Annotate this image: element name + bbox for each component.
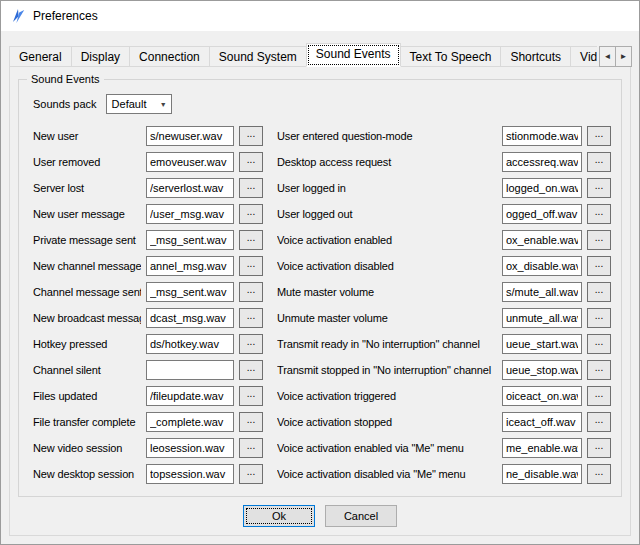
- sound-events-groupbox: Sound Events Sounds pack Default ▼ New u…: [18, 79, 622, 497]
- browse-file-transfer-complete[interactable]: ...: [239, 412, 263, 432]
- label-files-updated: Files updated: [33, 390, 141, 402]
- tab-scroll-right-button[interactable]: ►: [615, 46, 632, 67]
- label-new-channel-message: New channel message: [33, 260, 141, 272]
- label-voice-activation-enabled-via-me-menu: Voice activation enabled via "Me" menu: [277, 442, 497, 454]
- browse-voice-activation-triggered[interactable]: ...: [587, 386, 611, 406]
- ok-button[interactable]: Ok: [243, 505, 315, 527]
- input-new-channel-message[interactable]: [146, 256, 234, 276]
- input-voice-activation-disabled[interactable]: [502, 256, 582, 276]
- tab-connection[interactable]: Connection: [129, 46, 210, 67]
- tab-scroll-left-button[interactable]: ◄: [599, 46, 616, 67]
- browse-channel-silent[interactable]: ...: [239, 360, 263, 380]
- browse-server-lost[interactable]: ...: [239, 178, 263, 198]
- tab-sound-system[interactable]: Sound System: [209, 46, 307, 67]
- input-voice-activation-disabled-via-me-menu[interactable]: [502, 464, 582, 484]
- browse-new-desktop-session[interactable]: ...: [239, 464, 263, 484]
- browse-user-logged-out[interactable]: ...: [587, 204, 611, 224]
- cancel-button[interactable]: Cancel: [325, 505, 397, 527]
- label-new-video-session: New video session: [33, 442, 141, 454]
- input-new-user[interactable]: [146, 126, 234, 146]
- browse-mute-master-volume[interactable]: ...: [587, 282, 611, 302]
- browse-new-channel-message[interactable]: ...: [239, 256, 263, 276]
- input-user-removed[interactable]: [146, 152, 234, 172]
- input-transmit-ready-in-no-interruption-channel[interactable]: [502, 334, 582, 354]
- sounds-pack-select[interactable]: Default ▼: [106, 94, 172, 114]
- input-user-logged-out[interactable]: [502, 204, 582, 224]
- browse-new-user-message[interactable]: ...: [239, 204, 263, 224]
- browse-voice-activation-disabled[interactable]: ...: [587, 256, 611, 276]
- tab-bar: GeneralDisplayConnectionSound SystemSoun…: [9, 43, 631, 67]
- tab-page-sound-events: Sound Events Sounds pack Default ▼ New u…: [9, 66, 631, 536]
- input-channel-message-sent[interactable]: [146, 282, 234, 302]
- chevron-down-icon: ▼: [156, 101, 171, 108]
- sounds-pack-row: Sounds pack Default ▼: [33, 94, 607, 114]
- browse-voice-activation-disabled-via-me-menu[interactable]: ...: [587, 464, 611, 484]
- input-user-logged-in[interactable]: [502, 178, 582, 198]
- label-channel-message-sent: Channel message sent: [33, 286, 141, 298]
- label-voice-activation-triggered: Voice activation triggered: [277, 390, 497, 402]
- input-voice-activation-enabled[interactable]: [502, 230, 582, 250]
- label-private-message-sent: Private message sent: [33, 234, 141, 246]
- label-new-user: New user: [33, 130, 141, 142]
- label-user-entered-question-mode: User entered question-mode: [277, 130, 497, 142]
- input-private-message-sent[interactable]: [146, 230, 234, 250]
- tab-control: GeneralDisplayConnectionSound SystemSoun…: [1, 31, 639, 544]
- browse-unmute-master-volume[interactable]: ...: [587, 308, 611, 328]
- browse-new-broadcast-message[interactable]: ...: [239, 308, 263, 328]
- tab-display[interactable]: Display: [71, 46, 130, 67]
- label-server-lost: Server lost: [33, 182, 141, 194]
- chevron-right-icon: ►: [620, 52, 628, 61]
- tab-shortcuts[interactable]: Shortcuts: [500, 46, 571, 67]
- label-unmute-master-volume: Unmute master volume: [277, 312, 497, 324]
- sounds-pack-label: Sounds pack: [33, 98, 97, 110]
- browse-user-logged-in[interactable]: ...: [587, 178, 611, 198]
- input-voice-activation-triggered[interactable]: [502, 386, 582, 406]
- input-new-video-session[interactable]: [146, 438, 234, 458]
- browse-transmit-ready-in-no-interruption-channel[interactable]: ...: [587, 334, 611, 354]
- sounds-pack-value: Default: [112, 98, 147, 110]
- preferences-dialog: Preferences GeneralDisplayConnectionSoun…: [0, 0, 640, 545]
- sound-events-column-left: New user ... User removed ... Server los…: [33, 126, 263, 484]
- label-user-logged-in: User logged in: [277, 182, 497, 194]
- label-voice-activation-stopped: Voice activation stopped: [277, 416, 497, 428]
- tab-sound-events[interactable]: Sound Events: [306, 43, 401, 67]
- browse-new-user[interactable]: ...: [239, 126, 263, 146]
- label-mute-master-volume: Mute master volume: [277, 286, 497, 298]
- browse-hotkey-pressed[interactable]: ...: [239, 334, 263, 354]
- input-voice-activation-enabled-via-me-menu[interactable]: [502, 438, 582, 458]
- label-channel-silent: Channel silent: [33, 364, 141, 376]
- tab-scroll-control: ◄ ►: [599, 46, 631, 67]
- browse-files-updated[interactable]: ...: [239, 386, 263, 406]
- input-server-lost[interactable]: [146, 178, 234, 198]
- tab-video[interactable]: Video: [570, 46, 597, 67]
- browse-voice-activation-enabled-via-me-menu[interactable]: ...: [587, 438, 611, 458]
- browse-channel-message-sent[interactable]: ...: [239, 282, 263, 302]
- browse-private-message-sent[interactable]: ...: [239, 230, 263, 250]
- label-transmit-stopped-in-no-interruption-channel: Transmit stopped in "No interruption" ch…: [277, 364, 497, 376]
- input-hotkey-pressed[interactable]: [146, 334, 234, 354]
- input-desktop-access-request[interactable]: [502, 152, 582, 172]
- input-unmute-master-volume[interactable]: [502, 308, 582, 328]
- label-file-transfer-complete: File transfer complete: [33, 416, 141, 428]
- input-user-entered-question-mode[interactable]: [502, 126, 582, 146]
- tab-text-to-speech[interactable]: Text To Speech: [400, 46, 502, 67]
- input-files-updated[interactable]: [146, 386, 234, 406]
- input-new-desktop-session[interactable]: [146, 464, 234, 484]
- browse-desktop-access-request[interactable]: ...: [587, 152, 611, 172]
- input-transmit-stopped-in-no-interruption-channel[interactable]: [502, 360, 582, 380]
- input-new-user-message[interactable]: [146, 204, 234, 224]
- sound-event-columns: New user ... User removed ... Server los…: [33, 126, 607, 484]
- input-voice-activation-stopped[interactable]: [502, 412, 582, 432]
- tab-general[interactable]: General: [9, 46, 72, 67]
- browse-user-entered-question-mode[interactable]: ...: [587, 126, 611, 146]
- browse-user-removed[interactable]: ...: [239, 152, 263, 172]
- input-channel-silent[interactable]: [146, 360, 234, 380]
- input-new-broadcast-message[interactable]: [146, 308, 234, 328]
- input-file-transfer-complete[interactable]: [146, 412, 234, 432]
- browse-voice-activation-stopped[interactable]: ...: [587, 412, 611, 432]
- browse-voice-activation-enabled[interactable]: ...: [587, 230, 611, 250]
- input-mute-master-volume[interactable]: [502, 282, 582, 302]
- browse-new-video-session[interactable]: ...: [239, 438, 263, 458]
- browse-transmit-stopped-in-no-interruption-channel[interactable]: ...: [587, 360, 611, 380]
- label-voice-activation-disabled-via-me-menu: Voice activation disabled via "Me" menu: [277, 468, 497, 480]
